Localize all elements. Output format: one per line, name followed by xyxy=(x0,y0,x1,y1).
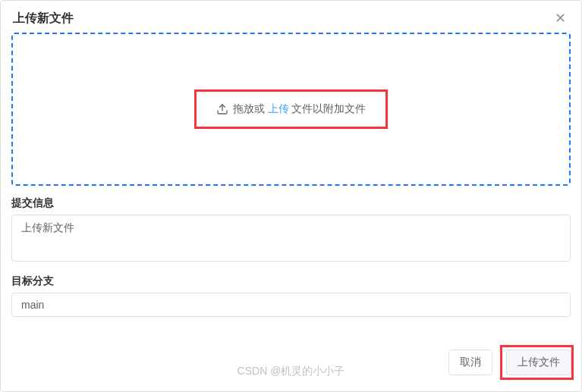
cancel-button[interactable]: 取消 xyxy=(448,350,492,375)
file-dropzone[interactable]: 拖放或 上传 文件以附加文件 xyxy=(11,33,571,186)
close-icon: ✕ xyxy=(555,11,566,26)
dropzone-text: 拖放或 上传 文件以附加文件 xyxy=(233,102,367,116)
watermark-text: CSDN @机灵的小小子 xyxy=(238,365,345,378)
close-button[interactable]: ✕ xyxy=(552,10,569,27)
upload-modal: 上传新文件 ✕ 拖放或 上传 文件以附加文件 xyxy=(0,0,582,392)
commit-message-input[interactable]: 上传新文件 xyxy=(11,215,571,262)
target-branch-label: 目标分支 xyxy=(11,274,571,288)
submit-highlight: 上传文件 xyxy=(500,345,574,380)
commit-message-label: 提交信息 xyxy=(11,196,571,210)
upload-file-button[interactable]: 上传文件 xyxy=(506,350,571,375)
modal-header: 上传新文件 ✕ xyxy=(1,1,581,33)
dropzone-content: 拖放或 上传 文件以附加文件 xyxy=(194,89,389,129)
target-branch-input[interactable] xyxy=(11,293,571,317)
modal-footer: 取消 上传文件 xyxy=(438,345,582,380)
modal-title: 上传新文件 xyxy=(13,11,74,27)
upload-icon xyxy=(216,103,228,115)
upload-link[interactable]: 上传 xyxy=(268,102,289,114)
dropzone-prefix: 拖放或 xyxy=(233,102,265,114)
dropzone-suffix: 文件以附加文件 xyxy=(291,102,366,114)
modal-body: 拖放或 上传 文件以附加文件 提交信息 上传新文件 目标分支 xyxy=(1,33,581,317)
